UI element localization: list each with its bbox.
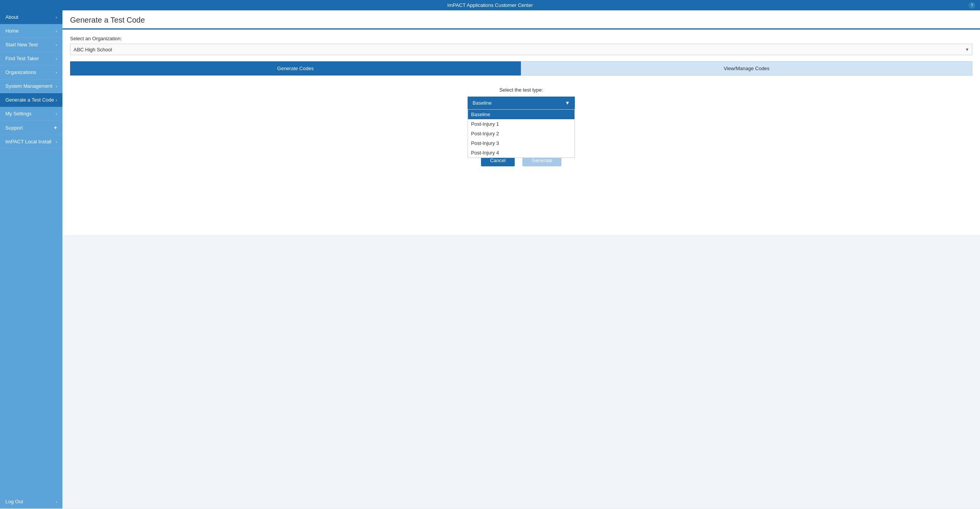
sidebar-item-impact-local-install[interactable]: ImPACT Local Install › (0, 135, 62, 149)
top-bar: ImPACT Applications Customer Center ? (0, 0, 980, 10)
org-select-container: ABC High School ▼ (70, 44, 972, 55)
sidebar-item-my-settings-label: My Settings (5, 111, 31, 117)
dropdown-option-post-injury-4[interactable]: Post-Injury 4 (468, 148, 574, 158)
top-bar-title: ImPACT Applications Customer Center (447, 2, 533, 8)
sidebar-item-support[interactable]: Support + (0, 121, 62, 135)
chevron-icon: › (56, 98, 57, 102)
sidebar-item-home[interactable]: Home › (0, 24, 62, 38)
sidebar-item-about-label: About (5, 14, 18, 20)
chevron-icon: › (56, 43, 57, 47)
dropdown-option-post-injury-1[interactable]: Post-Injury 1 (468, 119, 574, 129)
main-content: Generate a Test Code Select an Organizat… (62, 10, 980, 509)
sidebar-item-impact-local-install-label: ImPACT Local Install (5, 139, 51, 144)
sidebar-item-system-management[interactable]: System Management › (0, 79, 62, 93)
generate-content-panel: Select the test type: Baseline ▼ Baselin… (70, 76, 972, 229)
sidebar-item-system-management-label: System Management (5, 83, 52, 89)
sidebar-item-support-label: Support (5, 125, 23, 131)
chevron-icon: › (56, 112, 57, 116)
sidebar-item-log-out-label: Log Out (5, 499, 23, 504)
dialog-wrapper: Select the test type: Baseline ▼ Baselin… (78, 83, 965, 166)
select-org-label: Select an Organization: (70, 36, 972, 41)
tab-generate-codes[interactable]: Generate Codes (70, 61, 521, 76)
sidebar-item-start-new-test[interactable]: Start New Test › (0, 38, 62, 52)
tab-view-manage-codes[interactable]: View/Manage Codes (521, 61, 972, 76)
tabs-bar: Generate Codes View/Manage Codes (70, 61, 972, 76)
page-title: Generate a Test Code (70, 16, 972, 25)
sidebar-item-generate-test-code-label: Generate a Test Code (5, 97, 54, 103)
sidebar-item-home-label: Home (5, 28, 19, 34)
chevron-icon: › (56, 84, 57, 89)
dropdown-option-post-injury-3[interactable]: Post-Injury 3 (468, 138, 574, 148)
chevron-icon: › (56, 499, 57, 504)
plus-icon: + (54, 125, 57, 131)
dropdown-selected-value: Baseline (473, 100, 492, 106)
sidebar-item-start-new-test-label: Start New Test (5, 42, 38, 48)
dropdown-option-post-injury-2[interactable]: Post-Injury 2 (468, 129, 574, 138)
org-select[interactable]: ABC High School (70, 44, 972, 55)
dropdown-chevron-icon: ▼ (565, 100, 570, 106)
sidebar-item-generate-test-code[interactable]: Generate a Test Code › (0, 93, 62, 107)
test-type-label: Select the test type: (499, 87, 543, 93)
chevron-icon: › (56, 56, 57, 61)
content-area: Select an Organization: ABC High School … (62, 30, 980, 235)
dropdown-list: Baseline Post-Injury 1 Post-Injury 2 Pos… (468, 109, 575, 158)
page-header: Generate a Test Code (62, 10, 980, 30)
sidebar-item-log-out[interactable]: Log Out › (0, 495, 62, 509)
chevron-icon: › (56, 140, 57, 144)
sidebar-item-organizations[interactable]: Organizations › (0, 66, 62, 79)
sidebar-item-my-settings[interactable]: My Settings › (0, 107, 62, 121)
dropdown-header[interactable]: Baseline ▼ (468, 97, 575, 109)
sidebar-item-find-test-taker-label: Find Test Taker (5, 56, 39, 61)
sidebar-item-find-test-taker[interactable]: Find Test Taker › (0, 52, 62, 66)
help-icon[interactable]: ? (969, 2, 975, 9)
dropdown-option-baseline[interactable]: Baseline (468, 110, 574, 119)
chevron-icon: › (56, 29, 57, 33)
sidebar-item-about[interactable]: About › (0, 10, 62, 24)
chevron-icon: › (56, 70, 57, 75)
sidebar: About › Home › Start New Test › Find Tes… (0, 10, 62, 509)
sidebar-item-organizations-label: Organizations (5, 69, 36, 75)
chevron-icon: › (56, 15, 57, 20)
dropdown-container: Baseline ▼ Baseline Post-Injury 1 Post-I… (468, 97, 575, 109)
